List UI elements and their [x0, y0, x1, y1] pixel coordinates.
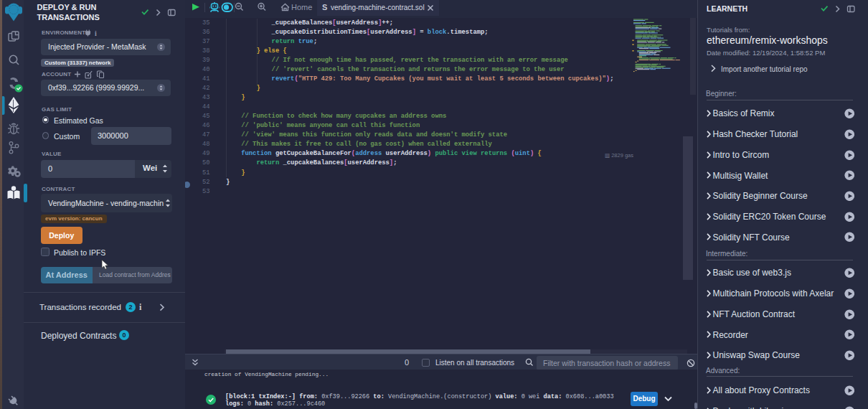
svg-text:i: i	[95, 29, 97, 37]
svg-text:Home: Home	[291, 3, 312, 11]
